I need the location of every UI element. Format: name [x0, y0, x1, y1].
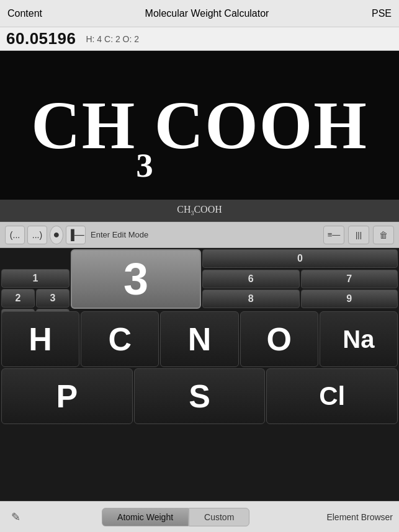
num-1-button[interactable]: 1 [1, 269, 69, 288]
numpad-center-value: 3 [123, 254, 148, 304]
dot-button[interactable]: ● [50, 226, 63, 244]
paren-open-button[interactable]: (... [5, 226, 25, 244]
edit-icon: ✎ [11, 510, 20, 524]
nav-title: Molecular Weight Calculator [145, 8, 269, 19]
num-0-button[interactable]: 0 [202, 249, 398, 268]
element-Cl-button[interactable]: Cl [266, 368, 398, 424]
num-6-button[interactable]: 6 [202, 270, 300, 288]
tab-atomic-weight[interactable]: Atomic Weight [102, 508, 189, 526]
toolbar-right-icons: ≡— ||| 🗑 [323, 226, 394, 244]
trash-icon-button[interactable]: 🗑 [373, 226, 394, 244]
element-browser-button[interactable]: Element Browser [326, 512, 393, 522]
filter-icon-button[interactable]: ≡— [323, 226, 344, 244]
numpad-area: 1 2 3 4 5 3 0 6 7 8 9 [0, 248, 399, 310]
num-3-button[interactable]: 3 [36, 289, 69, 308]
numpad-right: 0 6 7 8 9 [202, 249, 398, 309]
weight-bar: 60.05196 H: 4 C: 2 O: 2 [0, 27, 399, 51]
big-formula: CH3COOH [31, 91, 368, 159]
chart-icon: ||| [356, 230, 362, 239]
bottom-tab-bar: ✎ Atomic Weight Custom Element Browser [0, 501, 399, 532]
toolbar: (... ...) ● ▐— Enter Edit Mode ≡— ||| 🗑 [0, 222, 399, 248]
nav-right-button[interactable]: PSE [372, 8, 392, 19]
formula-display-area: CH3COOH [0, 51, 399, 200]
element-H-button[interactable]: H [1, 311, 79, 367]
top-nav-bar: Content Molecular Weight Calculator PSE [0, 0, 399, 27]
element-C-button[interactable]: C [81, 311, 159, 367]
element-P-button[interactable]: P [1, 368, 133, 424]
element-O-button[interactable]: O [240, 311, 318, 367]
calculator-section: CH3COOH (... ...) ● ▐— Enter Edit Mode ≡… [0, 200, 399, 427]
num-1-top-empty [1, 249, 69, 268]
numpad-center-button[interactable]: 3 [71, 249, 201, 309]
num-8-button[interactable]: 8 [202, 290, 300, 308]
num-9-button[interactable]: 9 [301, 290, 398, 308]
composition-label: H: 4 C: 2 O: 2 [86, 34, 139, 44]
bottom-tabs: Atomic Weight Custom [25, 508, 326, 526]
tab-custom[interactable]: Custom [189, 508, 249, 526]
element-N-button[interactable]: N [160, 311, 238, 367]
element-S-button[interactable]: S [134, 368, 266, 424]
edit-mode-label[interactable]: Enter Edit Mode [88, 230, 151, 239]
element-Na-button[interactable]: Na [320, 311, 398, 367]
cursor-button[interactable]: ▐— [66, 226, 86, 244]
edit-icon-button[interactable]: ✎ [6, 508, 25, 526]
formula-input-bar: CH3COOH [0, 200, 399, 222]
numpad-left: 1 2 3 4 5 [1, 249, 69, 309]
element-buttons: H C N O Na P S Cl [0, 310, 399, 427]
num-7-button[interactable]: 7 [301, 270, 398, 288]
filter-icon: ≡— [328, 230, 341, 239]
num-2-button[interactable]: 2 [1, 289, 35, 308]
element-row-1: H C N O Na [1, 311, 398, 367]
nav-left-button[interactable]: Content [7, 8, 42, 19]
paren-close-button[interactable]: ...) [27, 226, 47, 244]
element-row-2: P S Cl [1, 368, 398, 424]
trash-icon: 🗑 [379, 230, 388, 240]
molecular-weight-value: 60.05196 [6, 29, 76, 48]
chart-icon-button[interactable]: ||| [348, 226, 369, 244]
formula-bar-text: CH3COOH [177, 204, 222, 216]
